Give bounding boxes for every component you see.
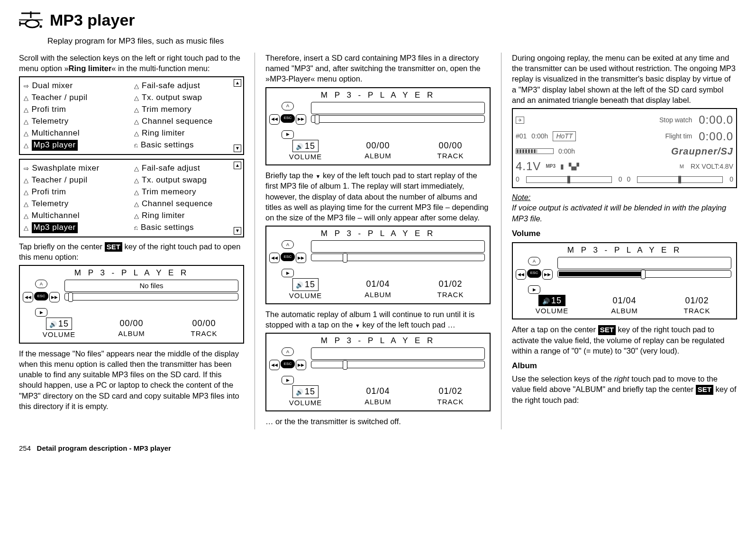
menu-icon xyxy=(24,222,29,233)
menu-item[interactable]: Telemetry xyxy=(24,198,129,210)
progress-slider[interactable] xyxy=(557,270,731,278)
dpad-left[interactable]: ◀◀ xyxy=(269,253,280,263)
menu-item[interactable]: Profi trim xyxy=(24,186,129,198)
progress-slider[interactable] xyxy=(311,361,485,368)
dpad-left[interactable]: ◀◀ xyxy=(23,292,33,302)
menu-item[interactable]: Dual mixer xyxy=(24,80,129,92)
helicopter-icon xyxy=(19,9,43,31)
menu-label: Channel sequence xyxy=(142,116,213,127)
dpad-right[interactable]: ▶▶ xyxy=(542,269,553,280)
dpad-left[interactable]: ◀◀ xyxy=(269,114,280,125)
dpad-down[interactable]: ▶ xyxy=(282,376,294,384)
slider-knob[interactable] xyxy=(641,270,646,279)
col1-p3: If the message "No files" appears near t… xyxy=(19,348,244,412)
lcd-no-files: M P 3 - P L A Y E RA◀◀ESC▶▶▶No files15VO… xyxy=(19,265,244,343)
lcd-stopped: M P 3 - P L A Y E RA◀◀ESC▶▶▶15VOLUME01/0… xyxy=(265,333,491,411)
column-3: During ongoing replay, the menu can be e… xyxy=(501,53,737,429)
dpad-mid[interactable]: ESC xyxy=(34,292,48,300)
menu-item[interactable]: Teacher / pupil xyxy=(24,92,129,104)
slider-knob[interactable] xyxy=(315,115,319,124)
dpad-mid[interactable]: ESC xyxy=(527,269,541,278)
text: After a tap on the center xyxy=(512,325,598,334)
menu-item[interactable]: Multichannel xyxy=(24,210,129,222)
dpad-up[interactable]: A xyxy=(282,347,294,356)
dpad-right[interactable]: ▶▶ xyxy=(49,292,60,302)
dpad[interactable]: A◀◀ESC▶▶▶ xyxy=(269,102,306,139)
progress-slider[interactable] xyxy=(311,254,485,261)
menu-item[interactable]: Ring limiter xyxy=(134,210,240,222)
dpad-mid[interactable]: ESC xyxy=(281,360,295,368)
dpad-down[interactable]: ▶ xyxy=(35,308,47,317)
menu-icon xyxy=(134,140,138,151)
menu-item[interactable]: Tx. output swapg xyxy=(134,174,240,186)
readout-volume: 15VOLUME xyxy=(516,295,588,316)
menu-item[interactable]: Mp3 player xyxy=(24,139,129,151)
menu-item[interactable]: Fail-safe adjust xyxy=(134,163,240,174)
dpad[interactable]: A◀◀ESC▶▶▶ xyxy=(269,240,306,277)
dpad-up[interactable]: A xyxy=(35,280,47,288)
dpad[interactable]: A◀◀ESC▶▶▶ xyxy=(269,347,306,384)
menu-label: Multichannel xyxy=(32,128,80,139)
menu-item[interactable]: Ring limiter xyxy=(134,127,240,139)
gauge-zero: 0 xyxy=(627,175,631,184)
dpad-up[interactable]: A xyxy=(282,102,294,110)
menu-item[interactable]: Mp3 player xyxy=(24,222,129,234)
menu-item[interactable]: Multichannel xyxy=(24,127,129,139)
menu-item[interactable]: Profi trim xyxy=(24,104,129,116)
lcd-title: M P 3 - P L A Y E R xyxy=(269,228,487,239)
menu-label: Ring limiter xyxy=(142,128,185,139)
dpad-left[interactable]: ◀◀ xyxy=(269,360,280,370)
gauge-zero: 0 xyxy=(729,175,733,184)
speaker-icon xyxy=(542,296,551,305)
progress-slider[interactable] xyxy=(311,115,485,123)
menu-item[interactable]: Basic settings xyxy=(134,222,240,234)
menu-item[interactable]: Tx. output swap xyxy=(134,92,240,104)
menu-item[interactable]: Fail-safe adjust xyxy=(134,80,240,92)
menu-icon xyxy=(134,128,139,139)
menu-item[interactable]: Teacher / pupil xyxy=(24,174,129,186)
progress-slider[interactable] xyxy=(64,293,238,300)
dpad-right[interactable]: ▶▶ xyxy=(296,360,306,370)
dpad-left[interactable]: ◀◀ xyxy=(516,269,526,280)
menu-item[interactable]: Trim memory xyxy=(134,104,240,116)
slider-knob[interactable] xyxy=(343,253,347,263)
menu-box-1: Dual mixerTeacher / pupilProfi trimTelem… xyxy=(19,76,244,155)
dpad-up[interactable]: A xyxy=(528,257,540,265)
set-key: SET xyxy=(598,325,616,335)
dpad-right[interactable]: ▶▶ xyxy=(296,253,306,263)
slider-knob[interactable] xyxy=(68,292,73,302)
lcd-initial: M P 3 - P L A Y E RA◀◀ESC▶▶▶15VOLUME00/0… xyxy=(265,87,491,165)
readout-volume: 15VOLUME xyxy=(269,278,342,300)
col1-intro: Scroll with the selection keys on the le… xyxy=(19,53,244,74)
menu-item[interactable]: Swashplate mixer xyxy=(24,163,129,174)
dpad[interactable]: A◀◀ESC▶▶▶ xyxy=(23,280,60,317)
menu-item[interactable]: Channel sequence xyxy=(134,198,240,210)
menu-item[interactable]: Telemetry xyxy=(24,116,129,127)
transmitter-display: ✈ Stop watch 0:00.0 #01 0:00h HoTT Fligh… xyxy=(512,108,737,188)
menu-item[interactable]: Basic settings xyxy=(134,139,240,151)
dpad-down[interactable]: ▶ xyxy=(528,285,540,294)
menu-icon xyxy=(134,175,139,186)
dpad-right[interactable]: ▶▶ xyxy=(296,114,306,125)
text-bold: Ring limiter xyxy=(69,64,112,73)
menu-icon xyxy=(24,210,29,221)
dpad-down[interactable]: ▶ xyxy=(282,130,294,139)
dpad-down[interactable]: ▶ xyxy=(282,269,294,277)
dpad[interactable]: A◀◀ESC▶▶▶ xyxy=(516,257,553,294)
dpad-up[interactable]: A xyxy=(282,240,294,249)
time-2: 0:00h xyxy=(558,147,575,156)
text: Use the selection keys of the xyxy=(512,374,614,383)
menu-item[interactable]: Trim memeory xyxy=(134,186,240,198)
signal-icon: ▚▞ xyxy=(569,162,579,171)
menu-item[interactable]: Channel sequence xyxy=(134,116,240,127)
dpad-mid[interactable]: ESC xyxy=(281,114,295,123)
menu-icon xyxy=(24,128,29,139)
menu-icon xyxy=(134,116,139,127)
text: Tap briefly on the center xyxy=(19,242,105,251)
slider-knob[interactable] xyxy=(343,360,347,370)
volume-heading: Volume xyxy=(512,228,737,239)
scroll-arrows[interactable]: ▲▼ xyxy=(234,162,241,235)
menu-icon xyxy=(24,140,29,151)
scroll-arrows[interactable]: ▲▼ xyxy=(234,79,241,152)
dpad-mid[interactable]: ESC xyxy=(281,253,295,261)
